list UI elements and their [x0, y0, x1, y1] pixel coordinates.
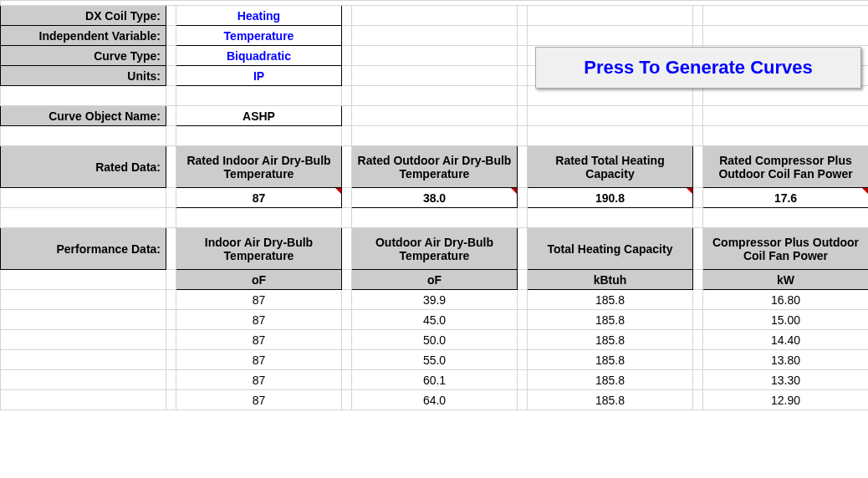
table-row: 87 60.1 185.8 13.30 [1, 370, 869, 390]
perf-power[interactable]: 13.80 [703, 350, 869, 370]
perf-outdoor[interactable]: 64.0 [352, 390, 518, 410]
perf-unit-outdoor: oF [352, 270, 518, 290]
perf-indoor[interactable]: 87 [176, 390, 342, 410]
perf-unit-power: kW [703, 270, 869, 290]
perf-power[interactable]: 14.40 [703, 330, 869, 350]
perf-outdoor[interactable]: 45.0 [352, 310, 518, 330]
units-value[interactable]: IP [176, 66, 342, 86]
curve-obj-value[interactable]: ASHP [176, 106, 342, 126]
perf-outdoor[interactable]: 60.1 [352, 370, 518, 390]
perf-outdoor[interactable]: 39.9 [352, 290, 518, 310]
rated-header-outdoor: Rated Outdoor Air Dry-Bulb Temperature [352, 146, 518, 188]
indep-var-label: Independent Variable: [1, 26, 166, 46]
curve-type-value[interactable]: Biquadratic [176, 46, 342, 66]
perf-power[interactable]: 16.80 [703, 290, 869, 310]
table-row: 87 50.0 185.8 14.40 [1, 330, 869, 350]
rated-header-power: Rated Compressor Plus Outdoor Coil Fan P… [703, 146, 869, 188]
perf-indoor[interactable]: 87 [176, 370, 342, 390]
rated-capacity-value[interactable]: 190.8 [528, 188, 693, 208]
perf-header-power: Compressor Plus Outdoor Coil Fan Power [703, 228, 869, 270]
perf-data-label: Performance Data: [1, 228, 166, 270]
perf-unit-indoor: oF [176, 270, 342, 290]
dx-coil-type-value[interactable]: Heating [176, 6, 342, 26]
perf-unit-capacity: kBtuh [528, 270, 693, 290]
rated-data-label: Rated Data: [1, 146, 166, 188]
table-row: 87 45.0 185.8 15.00 [1, 310, 869, 330]
table-row: 87 39.9 185.8 16.80 [1, 290, 869, 310]
perf-power[interactable]: 12.90 [703, 390, 869, 410]
curve-obj-label: Curve Object Name: [1, 106, 166, 126]
perf-outdoor[interactable]: 50.0 [352, 330, 518, 350]
units-label: Units: [1, 66, 166, 86]
rated-header-indoor: Rated Indoor Air Dry-Bulb Temperature [176, 146, 342, 188]
dx-coil-type-label: DX Coil Type: [1, 6, 166, 26]
perf-header-indoor: Indoor Air Dry-Bulb Temperature [176, 228, 342, 270]
perf-indoor[interactable]: 87 [176, 290, 342, 310]
perf-outdoor[interactable]: 55.0 [352, 350, 518, 370]
rated-header-capacity: Rated Total Heating Capacity [528, 146, 693, 188]
curve-type-label: Curve Type: [1, 46, 166, 66]
perf-capacity[interactable]: 185.8 [528, 350, 693, 370]
perf-power[interactable]: 13.30 [703, 370, 869, 390]
perf-capacity[interactable]: 185.8 [528, 370, 693, 390]
perf-header-outdoor: Outdoor Air Dry-Bulb Temperature [352, 228, 518, 270]
perf-indoor[interactable]: 87 [176, 330, 342, 350]
perf-indoor[interactable]: 87 [176, 350, 342, 370]
rated-outdoor-value[interactable]: 38.0 [352, 188, 518, 208]
rated-indoor-value[interactable]: 87 [176, 188, 342, 208]
perf-capacity[interactable]: 185.8 [528, 390, 693, 410]
generate-curves-button[interactable]: Press To Generate Curves [535, 47, 861, 89]
perf-capacity[interactable]: 185.8 [528, 290, 693, 310]
perf-capacity[interactable]: 185.8 [528, 330, 693, 350]
perf-capacity[interactable]: 185.8 [528, 310, 693, 330]
rated-power-value[interactable]: 17.6 [703, 188, 869, 208]
table-row: 87 55.0 185.8 13.80 [1, 350, 869, 370]
indep-var-value[interactable]: Temperature [176, 26, 342, 46]
perf-indoor[interactable]: 87 [176, 310, 342, 330]
perf-power[interactable]: 15.00 [703, 310, 869, 330]
perf-header-capacity: Total Heating Capacity [528, 228, 693, 270]
table-row: 87 64.0 185.8 12.90 [1, 390, 869, 410]
